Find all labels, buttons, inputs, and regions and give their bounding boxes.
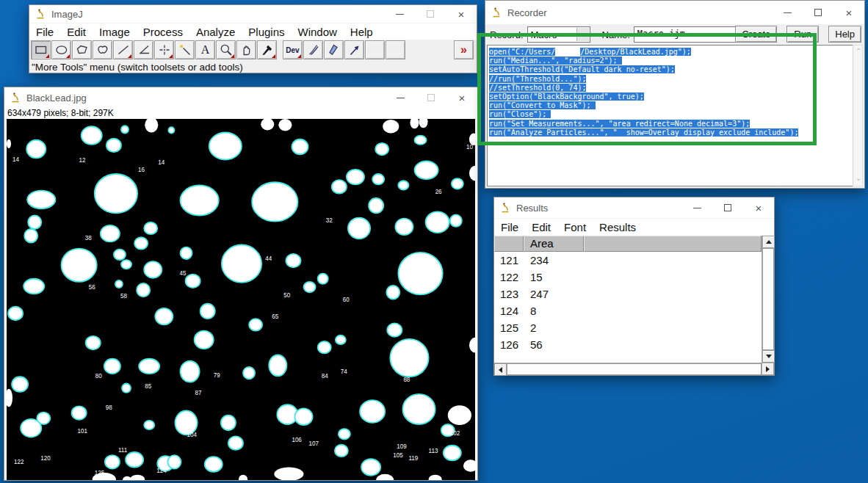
- scroll-up-icon[interactable]: ⌃: [856, 48, 861, 54]
- imagej-menu-plugins[interactable]: Plugins: [242, 26, 291, 38]
- area-column-header[interactable]: Area: [524, 236, 584, 252]
- particle-number-label: 104: [187, 432, 198, 438]
- close-button[interactable]: ×: [446, 5, 477, 23]
- image-canvas-area[interactable]: 1412141610263238444550565860657479808485…: [7, 119, 475, 480]
- minimize-button[interactable]: [772, 1, 803, 24]
- edge-particle-blob: [7, 139, 11, 148]
- help-button[interactable]: Help: [828, 26, 861, 43]
- particle-blob: [12, 377, 28, 392]
- result-row-123[interactable]: 123247: [494, 286, 762, 302]
- imagej-menu-file[interactable]: File: [29, 26, 60, 38]
- results-menu-edit[interactable]: Edit: [525, 221, 557, 233]
- tool-polygon[interactable]: [72, 40, 92, 59]
- tool-brush[interactable]: [303, 40, 323, 59]
- particle-blob: [450, 214, 462, 226]
- fill-icon: [327, 43, 341, 57]
- row-number: 122: [494, 271, 524, 283]
- code-line-10: run("Analyze Particles...", " show=Overl…: [489, 128, 850, 137]
- tool-text[interactable]: A: [195, 40, 215, 59]
- tool-rectangle[interactable]: [31, 40, 51, 59]
- macro-code-area[interactable]: open("C:/Users//Desktop/BlackLead.jpg");…: [487, 45, 863, 186]
- image-info-text: 634x479 pixels; 8-bit; 297K: [4, 108, 477, 119]
- particle-blob: [155, 308, 173, 325]
- minimize-button[interactable]: [385, 87, 416, 108]
- run-button[interactable]: Run: [786, 26, 819, 43]
- scroll-up-button[interactable]: [762, 236, 775, 248]
- imagej-menu-process[interactable]: Process: [137, 26, 189, 38]
- particle-blob: [72, 406, 87, 419]
- create-button[interactable]: Create: [735, 26, 777, 43]
- macro-name-input[interactable]: Macro.ijm: [634, 26, 742, 43]
- results-menu-file[interactable]: File: [494, 221, 525, 233]
- record-label: Record:: [490, 29, 524, 40]
- particle-blob: [121, 126, 129, 133]
- result-row-121[interactable]: 121234: [494, 252, 762, 269]
- result-row-125[interactable]: 1252: [494, 319, 762, 336]
- triangle-up-icon: [766, 240, 772, 244]
- recorder-scrollbar[interactable]: ⌃ ⌄: [853, 45, 863, 186]
- particle-blob: [105, 455, 120, 468]
- tool-more-tools[interactable]: »: [454, 40, 474, 59]
- record-mode-select[interactable]: Macro: [527, 26, 590, 43]
- imagej-menu-help[interactable]: Help: [344, 26, 380, 38]
- particle-blob: [61, 249, 96, 282]
- particle-number-label: 85: [145, 383, 151, 390]
- tool-hand[interactable]: [236, 40, 256, 59]
- tool-blank2[interactable]: [386, 40, 405, 59]
- results-menu-results[interactable]: Results: [593, 221, 643, 233]
- tool-arrow[interactable]: [344, 40, 364, 59]
- maximize-button[interactable]: [415, 5, 446, 23]
- tool-dropper[interactable]: [257, 40, 277, 59]
- particle-number-label: 14: [12, 156, 19, 162]
- dropdown-triangle-icon: [297, 54, 301, 58]
- tool-line[interactable]: [113, 40, 133, 59]
- results-horizontal-scrollbar[interactable]: [494, 363, 762, 375]
- scroll-right-button[interactable]: [762, 363, 774, 375]
- tool-dev[interactable]: Dev: [283, 40, 303, 59]
- imagej-titlebar[interactable]: ImageJ ×: [29, 5, 477, 23]
- maximize-button[interactable]: [416, 87, 446, 108]
- maximize-button[interactable]: [803, 1, 833, 24]
- minimize-button[interactable]: [681, 197, 712, 218]
- imagej-menu-analyze[interactable]: Analyze: [189, 26, 242, 38]
- tool-blank1[interactable]: [365, 40, 385, 59]
- row-number: 125: [494, 322, 524, 334]
- results-titlebar[interactable]: Results ×: [494, 197, 774, 218]
- particle-blob: [243, 367, 255, 379]
- result-row-126[interactable]: 12656: [494, 336, 762, 353]
- close-button[interactable]: ×: [833, 1, 864, 24]
- tool-point[interactable]: [154, 40, 174, 59]
- scroll-down-button[interactable]: [762, 350, 775, 363]
- close-button[interactable]: ×: [446, 87, 477, 108]
- particle-blob: [82, 126, 102, 145]
- tool-angle[interactable]: [134, 40, 153, 59]
- particle-blob: [180, 247, 192, 259]
- imagej-menu-image[interactable]: Image: [93, 26, 137, 38]
- imagej-menu-window[interactable]: Window: [292, 26, 344, 38]
- particle-blob: [186, 275, 200, 288]
- scrollbar-thumb[interactable]: [507, 363, 762, 375]
- scrollbar-thumb[interactable]: [762, 248, 774, 350]
- minimize-button[interactable]: [384, 5, 415, 23]
- tool-zoom[interactable]: [216, 40, 236, 59]
- result-row-122[interactable]: 12215: [494, 269, 762, 286]
- imagej-menu-edit[interactable]: Edit: [60, 26, 93, 38]
- results-menu-font[interactable]: Font: [557, 221, 593, 233]
- tool-freehand[interactable]: [93, 40, 112, 59]
- area-value: 56: [524, 338, 543, 351]
- tool-fill[interactable]: [324, 40, 344, 59]
- particle-blob: [126, 452, 143, 468]
- tool-wand[interactable]: [175, 40, 195, 59]
- combo-dropdown-button[interactable]: [576, 28, 589, 41]
- scroll-down-icon[interactable]: ⌄: [856, 175, 861, 181]
- tool-oval[interactable]: [51, 40, 71, 59]
- maximize-button[interactable]: [712, 197, 743, 218]
- row-number-header[interactable]: [494, 236, 524, 252]
- close-button[interactable]: ×: [743, 197, 774, 218]
- results-vertical-scrollbar[interactable]: [762, 236, 774, 363]
- result-row-124[interactable]: 1248: [494, 302, 762, 319]
- recorder-titlebar[interactable]: Recorder ×: [485, 1, 864, 24]
- scroll-left-button[interactable]: [494, 363, 507, 376]
- particle-blob: [414, 136, 426, 145]
- blacklead-titlebar[interactable]: BlackLead.jpg ×: [4, 87, 477, 108]
